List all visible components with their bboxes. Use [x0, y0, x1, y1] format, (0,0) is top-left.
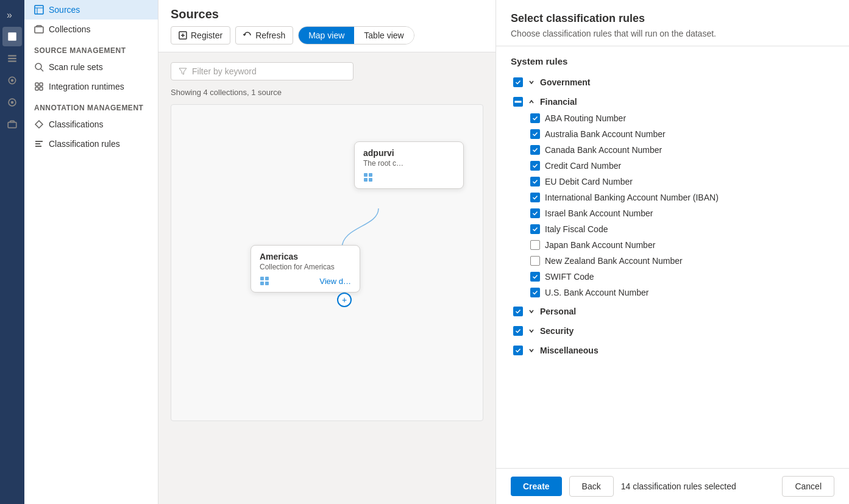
- swift-checkbox[interactable]: [530, 272, 540, 282]
- sidebar-item-sources[interactable]: Sources: [24, 0, 158, 20]
- italy-fiscal-checkbox[interactable]: [530, 224, 540, 234]
- svg-rect-19: [35, 143, 40, 144]
- israel-bank-checkbox[interactable]: [530, 208, 540, 218]
- security-checkbox[interactable]: [513, 326, 523, 336]
- map-canvas: adpurvi The root c… Americas Collection …: [171, 104, 483, 421]
- svg-rect-7: [8, 122, 16, 128]
- iban-checkbox[interactable]: [530, 193, 540, 202]
- rule-group-government-header[interactable]: Government: [511, 74, 834, 91]
- swift-label: SWIFT Code: [545, 272, 594, 282]
- sidebar-classifications-label: Classifications: [49, 119, 103, 129]
- rule-us-bank[interactable]: U.S. Bank Account Number: [511, 285, 834, 300]
- nz-bank-label: New Zealand Bank Account Number: [545, 256, 683, 266]
- rule-group-financial-header[interactable]: Financial: [511, 93, 834, 110]
- rule-group-security: Security: [511, 322, 834, 339]
- eu-debit-label: EU Debit Card Number: [545, 177, 633, 186]
- svg-rect-3: [8, 58, 16, 59]
- sidebar-item-sources-label: Sources: [49, 5, 80, 15]
- create-label: Create: [523, 481, 550, 491]
- toolbar: Register Refresh Map view Table view: [171, 26, 483, 44]
- table-view-button[interactable]: Table view: [354, 27, 413, 44]
- rule-australia-bank[interactable]: Australia Bank Account Number: [511, 126, 834, 142]
- rule-credit-card[interactable]: Credit Card Number: [511, 158, 834, 174]
- government-label: Government: [540, 77, 590, 87]
- expand-icon[interactable]: »: [2, 5, 22, 24]
- us-bank-label: U.S. Bank Account Number: [545, 288, 648, 297]
- filter-input-wrapper[interactable]: Filter by keyword: [171, 62, 353, 80]
- government-checkbox[interactable]: [513, 77, 523, 87]
- create-button[interactable]: Create: [511, 477, 562, 496]
- back-button[interactable]: Back: [569, 476, 614, 497]
- government-chevron-icon: [528, 79, 535, 86]
- personal-checkbox[interactable]: [513, 307, 523, 316]
- svg-rect-15: [40, 83, 43, 86]
- selected-count: 14 classification rules selected: [621, 481, 736, 491]
- cancel-button[interactable]: Cancel: [782, 476, 834, 497]
- miscellaneous-checkbox[interactable]: [513, 346, 523, 355]
- miscellaneous-label: Miscellaneous: [540, 346, 599, 355]
- rule-aba-routing[interactable]: ABA Routing Number: [511, 110, 834, 126]
- sidebar-item-collections-label: Collections: [49, 24, 90, 34]
- financial-label: Financial: [540, 97, 577, 107]
- register-button[interactable]: Register: [171, 26, 230, 44]
- rule-group-security-header[interactable]: Security: [511, 322, 834, 339]
- home-icon[interactable]: [2, 27, 22, 46]
- rule-group-miscellaneous-header[interactable]: Miscellaneous: [511, 342, 834, 359]
- rule-italy-fiscal[interactable]: Italy Fiscal Code: [511, 221, 834, 237]
- svg-rect-31: [265, 282, 269, 285]
- sidebar-item-collections[interactable]: Collections: [24, 20, 158, 39]
- insights-icon[interactable]: [2, 71, 22, 90]
- rule-canada-bank[interactable]: Canada Bank Account Number: [511, 142, 834, 158]
- svg-text:»: »: [7, 10, 12, 20]
- svg-point-12: [35, 63, 41, 69]
- americas-grid-icon: [260, 276, 269, 286]
- eu-debit-checkbox[interactable]: [530, 177, 540, 186]
- adpurvi-footer: [363, 172, 455, 182]
- refresh-button[interactable]: Refresh: [235, 26, 293, 44]
- rule-israel-bank[interactable]: Israel Bank Account Number: [511, 205, 834, 221]
- right-panel: Select classification rules Choose class…: [496, 0, 849, 504]
- rule-group-personal-header[interactable]: Personal: [511, 303, 834, 320]
- plus-icon: +: [342, 295, 347, 305]
- personal-chevron-icon: [528, 308, 535, 315]
- catalog-icon[interactable]: [2, 49, 22, 68]
- americas-footer: View d…: [260, 276, 351, 286]
- rule-iban[interactable]: International Banking Account Number (IB…: [511, 190, 834, 205]
- australia-bank-checkbox[interactable]: [530, 129, 540, 139]
- refresh-label: Refresh: [255, 30, 285, 40]
- svg-rect-25: [369, 173, 372, 177]
- italy-fiscal-label: Italy Fiscal Code: [545, 224, 608, 234]
- credit-card-checkbox[interactable]: [530, 161, 540, 171]
- briefcase-icon[interactable]: [2, 115, 22, 134]
- add-collection-button[interactable]: +: [337, 293, 352, 307]
- view-details-link[interactable]: View d…: [319, 277, 351, 286]
- source-management-header: Source management: [24, 39, 158, 57]
- main-header: Sources Register Refresh Map view Table …: [158, 0, 496, 52]
- canada-bank-checkbox[interactable]: [530, 145, 540, 155]
- rule-nz-bank[interactable]: New Zealand Bank Account Number: [511, 253, 834, 269]
- management-icon[interactable]: [2, 93, 22, 112]
- rule-japan-bank[interactable]: Japan Bank Account Number: [511, 237, 834, 253]
- sidebar-item-classifications[interactable]: Classifications: [24, 115, 158, 134]
- nz-bank-checkbox[interactable]: [530, 256, 540, 266]
- financial-checkbox[interactable]: [513, 97, 523, 107]
- svg-rect-11: [35, 27, 43, 33]
- rule-eu-debit[interactable]: EU Debit Card Number: [511, 174, 834, 190]
- financial-chevron-icon: [528, 98, 535, 105]
- aba-routing-checkbox[interactable]: [530, 113, 540, 123]
- svg-rect-8: [35, 5, 43, 14]
- australia-bank-label: Australia Bank Account Number: [545, 129, 666, 139]
- sidebar-item-integration-runtimes[interactable]: Integration runtimes: [24, 77, 158, 96]
- back-label: Back: [582, 481, 601, 491]
- rule-swift[interactable]: SWIFT Code: [511, 269, 834, 285]
- svg-rect-30: [260, 282, 264, 285]
- sidebar-item-classification-rules[interactable]: Classification rules: [24, 134, 158, 154]
- svg-rect-17: [40, 87, 43, 90]
- svg-rect-32: [514, 101, 521, 102]
- sidebar-item-scan-rule-sets[interactable]: Scan rule sets: [24, 57, 158, 77]
- japan-bank-checkbox[interactable]: [530, 240, 540, 250]
- us-bank-checkbox[interactable]: [530, 288, 540, 297]
- svg-rect-26: [364, 178, 368, 182]
- sidebar-scan-label: Scan rule sets: [49, 62, 103, 72]
- map-view-button[interactable]: Map view: [299, 27, 354, 44]
